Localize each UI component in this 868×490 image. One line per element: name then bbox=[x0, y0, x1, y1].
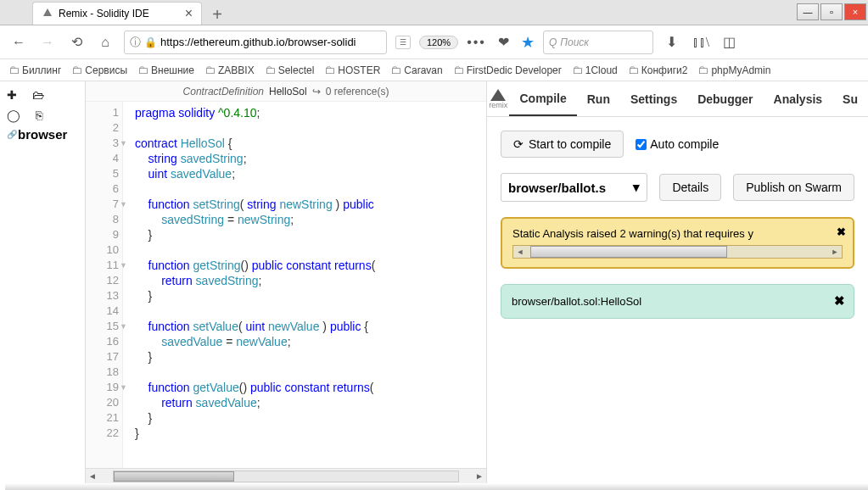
svg-marker-0 bbox=[43, 8, 52, 16]
search-icon: Q bbox=[549, 36, 557, 48]
bookmark-item[interactable]: 🗀Selectel bbox=[265, 64, 315, 76]
svg-marker-1 bbox=[490, 89, 506, 101]
success-close-icon[interactable]: ✖ bbox=[834, 293, 845, 309]
breadcrumb-type: ContractDefinition bbox=[183, 86, 264, 97]
sidebar-icon[interactable]: ◫ bbox=[720, 32, 740, 53]
success-text: browser/ballot.sol:HelloSol bbox=[512, 295, 641, 308]
scroll-track[interactable] bbox=[113, 471, 459, 482]
info-icon: ⓘ bbox=[130, 35, 141, 50]
bookmark-item[interactable]: 🗀Внешние bbox=[137, 64, 194, 76]
bookmark-item[interactable]: 🗀Биллинг bbox=[8, 64, 61, 76]
chevron-down-icon: ▾ bbox=[633, 180, 640, 195]
search-placeholder: Поиск bbox=[560, 36, 589, 48]
tab-analysis[interactable]: Analysis bbox=[764, 81, 833, 116]
auto-compile-checkbox[interactable]: Auto compile bbox=[636, 137, 719, 151]
copy-icon[interactable]: ⎘ bbox=[36, 109, 42, 122]
lock-icon: 🔒 bbox=[144, 36, 157, 48]
reader-icon[interactable]: ☰ bbox=[395, 36, 411, 49]
window-controls: — ▫ × bbox=[797, 3, 866, 20]
auto-compile-input[interactable] bbox=[636, 139, 647, 150]
bookmark-item[interactable]: 🗀phpMyAdmin bbox=[697, 64, 770, 76]
publish-swarm-button[interactable]: Publish on Swarm bbox=[733, 174, 854, 201]
open-folder-icon[interactable]: 🗁 bbox=[32, 88, 44, 102]
tab-run[interactable]: Run bbox=[577, 81, 620, 116]
warning-close-icon[interactable]: ✖ bbox=[837, 226, 846, 238]
folder-icon: 🗀 bbox=[628, 64, 639, 76]
editor: ContractDefinition HelloSol ↪ 0 referenc… bbox=[85, 81, 486, 483]
scroll-right-icon[interactable]: ► bbox=[828, 248, 842, 256]
warning-box: Static Analysis raised 2 warning(s) that… bbox=[501, 217, 854, 269]
maximize-button[interactable]: ▫ bbox=[820, 3, 843, 20]
library-icon[interactable]: ⫿⫿\ bbox=[691, 32, 711, 53]
tab-support[interactable]: Su bbox=[832, 81, 868, 116]
browser-nav-bar: ← → ⟲ ⌂ ⓘ 🔒 https://ethereum.github.io/b… bbox=[0, 25, 868, 59]
folder-icon: 🗀 bbox=[71, 64, 82, 76]
code-content[interactable]: pragma solidity ^0.4.10; contract HelloS… bbox=[123, 102, 486, 468]
start-compile-button[interactable]: ⟳ Start to compile bbox=[501, 131, 624, 158]
downloads-icon[interactable]: ⬇ bbox=[662, 32, 682, 53]
browser-tab-bar: Remix - Solidity IDE × + bbox=[0, 0, 868, 25]
minimize-button[interactable]: — bbox=[797, 3, 819, 20]
scroll-left-icon[interactable]: ◄ bbox=[513, 248, 527, 256]
remix-panel: remix Compile Run Settings Debugger Anal… bbox=[486, 81, 868, 483]
breadcrumb-refs: 0 reference(s) bbox=[326, 86, 389, 97]
new-tab-button[interactable]: + bbox=[207, 4, 227, 25]
reload-button[interactable]: ⟲ bbox=[66, 32, 87, 53]
tab-compile[interactable]: Compile bbox=[509, 81, 576, 116]
forward-button[interactable]: → bbox=[37, 32, 58, 53]
folder-icon: 🗀 bbox=[572, 64, 583, 76]
zoom-level[interactable]: 120% bbox=[419, 36, 458, 49]
scroll-thumb[interactable] bbox=[530, 246, 727, 258]
code-editor[interactable]: 123▼4567▼891011▼12131415▼16171819▼202122… bbox=[86, 102, 486, 468]
warning-scrollbar[interactable]: ◄ ► bbox=[512, 245, 843, 259]
scroll-left-icon[interactable]: ◄ bbox=[86, 471, 99, 481]
remix-logo: remix bbox=[487, 89, 509, 109]
share-icon: ↪ bbox=[312, 86, 321, 97]
bookmark-item[interactable]: 🗀1Cloud bbox=[572, 64, 618, 76]
close-window-button[interactable]: × bbox=[844, 3, 866, 20]
back-button[interactable]: ← bbox=[8, 32, 29, 53]
file-tree-root[interactable]: browser bbox=[18, 127, 67, 142]
bookmark-item[interactable]: 🗀FirstDedic Developer bbox=[453, 64, 562, 76]
breadcrumb-name: HelloSol bbox=[269, 86, 307, 97]
bookmarks-bar: 🗀Биллинг 🗀Сервисы 🗀Внешние 🗀ZABBIX 🗀Sele… bbox=[0, 59, 868, 81]
bookmark-item[interactable]: 🗀Конфиги2 bbox=[628, 64, 688, 76]
browser-tab[interactable]: Remix - Solidity IDE × bbox=[32, 2, 202, 25]
link-icon: 🔗 bbox=[7, 130, 17, 139]
github-icon[interactable]: ◯ bbox=[7, 109, 20, 122]
bookmark-item[interactable]: 🗀ZABBIX bbox=[204, 64, 255, 76]
bookmark-item[interactable]: 🗀HOSTER bbox=[324, 64, 380, 76]
shield-icon[interactable]: ❤ bbox=[498, 34, 509, 50]
success-box: browser/ballot.sol:HelloSol ✖ bbox=[501, 284, 854, 319]
folder-icon: 🗀 bbox=[204, 64, 216, 76]
scroll-right-icon[interactable]: ► bbox=[473, 471, 486, 481]
home-button[interactable]: ⌂ bbox=[95, 32, 115, 53]
details-button[interactable]: Details bbox=[659, 174, 721, 201]
more-icon[interactable]: ••• bbox=[467, 35, 486, 50]
bookmark-item[interactable]: 🗀Caravan bbox=[390, 64, 442, 76]
contract-select[interactable]: browser/ballot.s ▾ bbox=[501, 173, 647, 202]
refresh-icon: ⟳ bbox=[513, 137, 524, 151]
compile-panel: ⟳ Start to compile Auto compile browser/… bbox=[487, 117, 868, 332]
editor-breadcrumb: ContractDefinition HelloSol ↪ 0 referenc… bbox=[86, 81, 486, 102]
folder-icon: 🗀 bbox=[137, 64, 148, 76]
url-text: https://ethereum.github.io/browser-solid… bbox=[160, 36, 356, 48]
tab-close-icon[interactable]: × bbox=[185, 6, 193, 21]
tab-debugger[interactable]: Debugger bbox=[687, 81, 763, 116]
line-gutter: 123▼4567▼891011▼12131415▼16171819▼202122 bbox=[86, 102, 123, 468]
search-box[interactable]: Q Поиск bbox=[543, 31, 653, 54]
editor-hscrollbar[interactable]: ◄ ► bbox=[86, 468, 486, 483]
folder-icon: 🗀 bbox=[324, 64, 335, 76]
folder-icon: 🗀 bbox=[8, 64, 20, 76]
scroll-thumb[interactable] bbox=[114, 471, 234, 482]
folder-icon: 🗀 bbox=[453, 64, 464, 76]
new-file-icon[interactable]: ✚ bbox=[7, 88, 17, 102]
tab-title: Remix - Solidity IDE bbox=[59, 8, 149, 19]
bookmark-item[interactable]: 🗀Сервисы bbox=[71, 64, 127, 76]
tab-settings[interactable]: Settings bbox=[620, 81, 687, 116]
folder-icon: 🗀 bbox=[697, 64, 708, 76]
url-bar[interactable]: ⓘ 🔒 https://ethereum.github.io/browser-s… bbox=[124, 31, 387, 54]
folder-icon: 🗀 bbox=[265, 64, 276, 76]
main-content: ✚ 🗁 ◯ ⎘ 🔗 browser ContractDefinition Hel… bbox=[0, 81, 868, 483]
bookmark-star-icon[interactable]: ★ bbox=[521, 33, 535, 52]
